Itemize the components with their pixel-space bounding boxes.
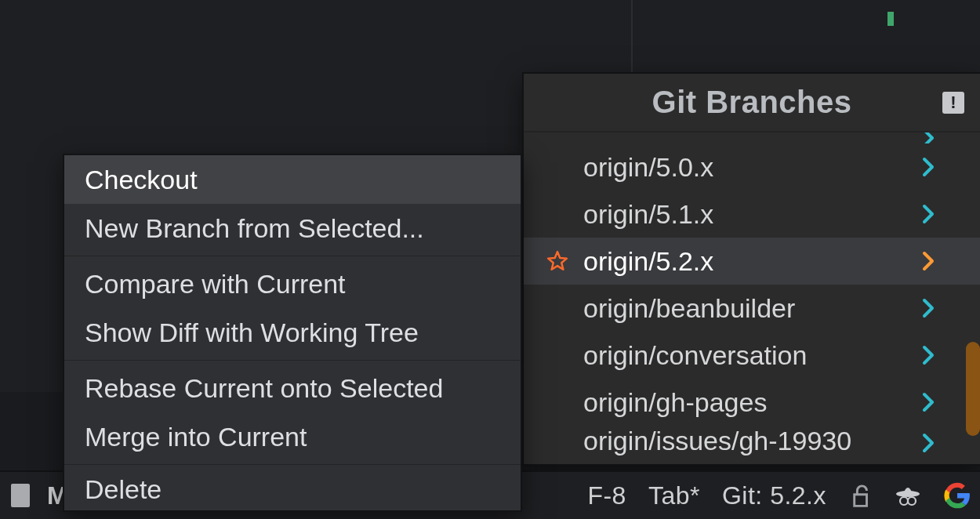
branch-item-selected[interactable]: origin/5.2.x (524, 238, 980, 285)
scrollbar-thumb[interactable] (966, 342, 980, 436)
branch-item[interactable]: origin/conversation (524, 332, 980, 379)
git-branches-title-bar: Git Branches ! (524, 74, 980, 132)
branch-item[interactable]: origin/5.0.x (524, 143, 980, 191)
chevron-right-icon (922, 298, 936, 318)
svg-point-1 (900, 497, 908, 505)
git-branches-title: Git Branches (652, 85, 852, 120)
chevron-right-icon (922, 157, 936, 177)
chevron-right-icon (922, 204, 936, 224)
menu-separator (64, 464, 521, 465)
menu-item-delete[interactable]: Delete (64, 468, 521, 510)
branch-label: origin/gh-pages (583, 387, 767, 418)
menu-item-checkout[interactable]: Checkout (64, 155, 521, 204)
star-outline-icon (546, 249, 569, 273)
branch-label: origin/beanbuilder (583, 293, 795, 324)
google-icon[interactable] (944, 482, 971, 509)
status-tab[interactable]: Tab* (648, 481, 700, 510)
unlock-icon[interactable] (848, 482, 872, 509)
branch-item[interactable]: origin/gh-pages (524, 379, 980, 426)
chevron-right-icon (922, 251, 936, 271)
branch-label: origin/issues/gh-19930 (583, 426, 851, 456)
editor-divider (631, 0, 633, 72)
branch-item[interactable]: origin/issues/gh-19930 (524, 426, 980, 464)
branch-label: origin/5.0.x (583, 152, 713, 183)
branch-item[interactable]: origin/4.0.x (524, 132, 980, 143)
chevron-right-icon (922, 345, 936, 365)
branch-item[interactable]: origin/5.1.x (524, 191, 980, 238)
chevron-right-icon (922, 132, 936, 143)
status-encoding[interactable]: F-8 (587, 481, 626, 510)
warning-icon[interactable]: ! (942, 92, 964, 114)
branch-list[interactable]: origin/4.0.x origin/5.0.x origin/5.1.x o… (524, 132, 980, 464)
inspector-icon[interactable] (894, 482, 922, 509)
menu-separator (64, 256, 521, 256)
chevron-right-icon (922, 392, 936, 412)
branch-context-menu[interactable]: Checkout New Branch from Selected... Com… (63, 154, 522, 512)
svg-point-2 (908, 497, 916, 505)
branch-label: origin/5.2.x (583, 246, 713, 277)
branch-label: origin/conversation (583, 340, 807, 371)
menu-item-rebase[interactable]: Rebase Current onto Selected (64, 364, 521, 412)
menu-item-compare[interactable]: Compare with Current (64, 260, 521, 308)
menu-item-show-diff[interactable]: Show Diff with Working Tree (64, 308, 521, 357)
menu-item-merge[interactable]: Merge into Current (64, 412, 521, 461)
branch-item[interactable]: origin/beanbuilder (524, 285, 980, 332)
menu-item-new-branch[interactable]: New Branch from Selected... (64, 204, 521, 252)
chevron-right-icon (922, 433, 936, 453)
activity-indicator-icon (887, 12, 894, 26)
branch-label: origin/5.1.x (583, 199, 713, 230)
git-branches-popup[interactable]: Git Branches ! origin/4.0.x origin/5.0.x… (522, 72, 980, 466)
tool-window-icon[interactable] (11, 484, 30, 507)
menu-separator (64, 360, 521, 361)
status-git-branch[interactable]: Git: 5.2.x (722, 481, 826, 510)
